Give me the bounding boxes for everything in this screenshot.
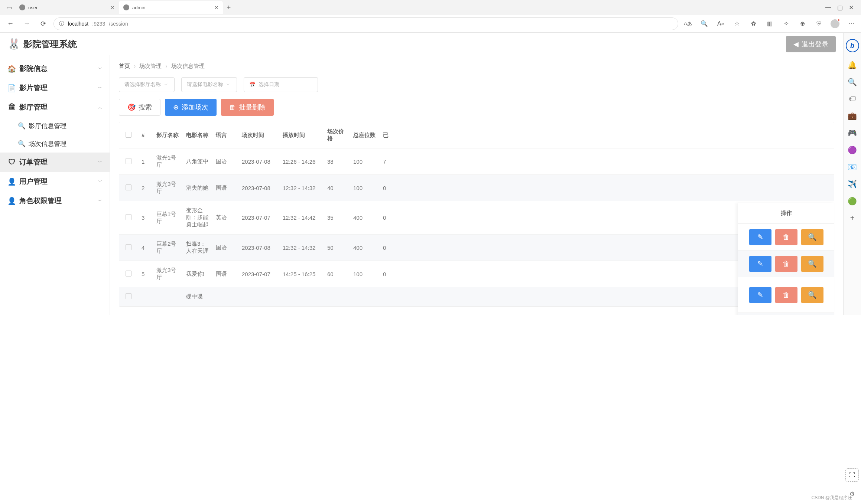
cell-price: 50 (324, 239, 350, 257)
search-icon[interactable]: 🔍 (848, 78, 857, 86)
forward-button[interactable]: → (21, 18, 33, 30)
add-sidebar-icon[interactable]: + (850, 214, 855, 222)
extensions-icon[interactable]: ✿ (748, 19, 758, 29)
delete-button[interactable]: 🗑 (775, 256, 797, 272)
sidebar-item-order-mgmt[interactable]: 🛡 订单管理 ﹀ (0, 153, 110, 172)
translate-button[interactable]: Aあ (683, 19, 693, 29)
row-checkbox[interactable] (126, 184, 131, 190)
th-lang: 语言 (212, 126, 238, 145)
row-checkbox[interactable] (126, 214, 131, 220)
sidebar-item-cinema-info[interactable]: 🏠 影院信息 ﹀ (0, 59, 110, 78)
tag-icon[interactable]: 🏷 (849, 95, 856, 103)
sessions-table: # 影厅名称 电影名称 语言 场次时间 播放时间 场次价格 总座位数 已 1激光… (119, 122, 834, 307)
minimize-button[interactable]: — (825, 4, 831, 11)
home-icon: 🏠 (7, 65, 16, 73)
refresh-button[interactable]: ⟳ (37, 18, 49, 30)
chevron-up-icon: ︿ (98, 104, 102, 111)
sidebar-item-label: 影厅管理 (19, 102, 48, 112)
row-checkbox[interactable] (126, 158, 131, 164)
row-checkbox[interactable] (126, 271, 131, 276)
chevron-down-icon: ﹀ (226, 82, 230, 88)
sidebar-item-hall-mgmt[interactable]: 🏛 影厅管理 ︿ (0, 98, 110, 117)
cell-extra: 0 (379, 179, 390, 197)
collections-icon[interactable]: ⊕ (797, 19, 808, 29)
bulk-delete-button[interactable]: 🗑 批量删除 (221, 99, 274, 116)
close-window-button[interactable]: ✕ (849, 4, 854, 11)
cell-price: 60 (324, 265, 350, 283)
telegram-icon[interactable]: ✈️ (848, 180, 857, 189)
search-label: 搜索 (139, 103, 152, 112)
app-title-text: 影院管理系统 (23, 38, 77, 50)
th-ops: 操作 (738, 203, 834, 224)
cell-date (238, 291, 279, 303)
search-in-page-icon[interactable]: 🔍 (699, 19, 709, 29)
sidebar-subitem-hall-info[interactable]: 🔍 影厅信息管理 (0, 117, 110, 135)
chevron-right-icon: › (166, 63, 168, 69)
cell-hall: 激光3号厅 (153, 175, 182, 201)
search-icon: 🔍 (18, 122, 26, 130)
cell-seats: 100 (350, 153, 379, 171)
view-button[interactable]: 🔍 (801, 229, 823, 245)
bing-button[interactable]: b (846, 39, 859, 52)
url-input[interactable]: ⓘ localhost:9233/session (53, 17, 678, 30)
browser-tab-user[interactable]: user ✕ (15, 1, 119, 14)
tab-overview-button[interactable]: ▭ (3, 1, 15, 13)
performance-icon[interactable]: ♡̴ (813, 19, 824, 29)
sidebar-item-film-mgmt[interactable]: 📄 影片管理 ﹀ (0, 78, 110, 98)
outlook-icon[interactable]: 📧 (848, 163, 857, 171)
spotify-icon[interactable]: 🟢 (848, 197, 857, 206)
chevron-right-icon: › (134, 63, 136, 69)
hall-filter-select[interactable]: 请选择影厅名称 ﹀ (119, 77, 175, 92)
back-button[interactable]: ← (4, 18, 16, 30)
select-placeholder: 请选择影厅名称 (124, 81, 161, 88)
edit-button[interactable]: ✎ (749, 287, 771, 303)
close-icon[interactable]: ✕ (110, 5, 114, 10)
cell-time: 12:32 - 14:42 (279, 209, 324, 227)
sidebar-item-role-mgmt[interactable]: 👤 角色权限管理 ﹀ (0, 191, 110, 210)
movie-filter-select[interactable]: 请选择电影名称 ﹀ (181, 77, 237, 92)
select-all-checkbox[interactable] (126, 132, 131, 138)
read-aloud-icon[interactable]: A» (715, 19, 726, 29)
new-tab-button[interactable]: + (223, 1, 235, 13)
browser-tab-admin[interactable]: admin ✕ (119, 1, 223, 14)
delete-button[interactable]: 🗑 (775, 287, 797, 303)
row-checkbox[interactable] (126, 293, 131, 299)
close-icon[interactable]: ✕ (214, 5, 218, 10)
cell-extra: 0 (379, 239, 390, 257)
briefcase-icon[interactable]: 💼 (848, 111, 857, 120)
favorite-icon[interactable]: ☆ (732, 19, 742, 29)
logout-button[interactable]: ◀ 退出登录 (786, 36, 836, 52)
cell-movie: 消失的她 (182, 179, 212, 197)
favorites-bar-icon[interactable]: ✧ (781, 19, 791, 29)
trash-icon: 🗑 (229, 104, 236, 111)
view-button[interactable]: 🔍 (801, 256, 823, 272)
row-checkbox[interactable] (126, 244, 131, 250)
date-filter-input[interactable]: 📅 选择日期 (244, 77, 318, 92)
cell-time: 12:32 - 14:32 (279, 239, 324, 257)
maximize-button[interactable]: ▢ (837, 4, 843, 11)
game-icon[interactable]: 🎮 (848, 128, 857, 137)
view-button[interactable]: 🔍 (801, 287, 823, 303)
sidebar-item-user-mgmt[interactable]: 👤 用户管理 ﹀ (0, 172, 110, 191)
cell-idx: 4 (138, 239, 153, 257)
edit-button[interactable]: ✎ (749, 256, 771, 272)
delete-button[interactable]: 🗑 (775, 229, 797, 245)
sidebar-item-label: 影院信息 (19, 64, 48, 73)
bell-icon[interactable]: 🔔 (848, 60, 857, 69)
profile-button[interactable] (830, 19, 840, 29)
url-port: :9233 (92, 21, 105, 27)
add-session-button[interactable]: ⊕ 添加场次 (165, 99, 217, 116)
site-info-icon[interactable]: ⓘ (59, 20, 64, 27)
table-row: 5激光3号厅我爱你!国语2023-07-0714:25 - 16:2560100… (119, 261, 834, 287)
edit-button[interactable]: ✎ (749, 229, 771, 245)
chevron-down-icon: ﹀ (98, 85, 102, 91)
cell-date: 2023-07-08 (238, 153, 279, 171)
bulk-delete-label: 批量删除 (239, 103, 266, 112)
breadcrumb-home[interactable]: 首页 (119, 63, 130, 69)
split-screen-icon[interactable]: ▥ (764, 19, 775, 29)
sidebar-subitem-label: 影厅信息管理 (29, 122, 66, 130)
more-icon[interactable]: ⋯ (846, 19, 857, 29)
sidebar-subitem-session-info[interactable]: 🔍 场次信息管理 (0, 135, 110, 153)
search-button[interactable]: 🎯 搜索 (119, 99, 160, 116)
office-icon[interactable]: 🟣 (848, 145, 857, 154)
